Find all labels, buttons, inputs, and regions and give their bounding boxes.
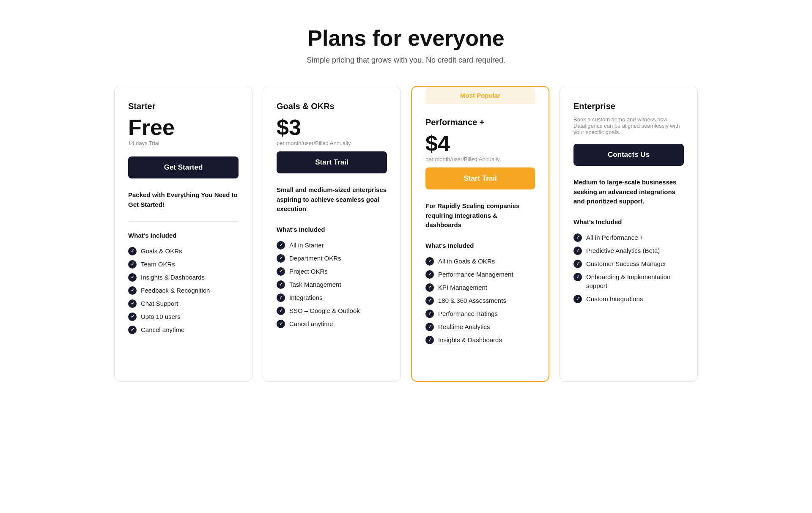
- feature-item: SSO – Google & Outlook: [277, 306, 387, 315]
- plan-price-note: per month/user/Billed Annually: [277, 140, 387, 146]
- check-icon: [128, 273, 137, 282]
- plan-enterprise-note: Book a custom demo and witness how Datal…: [573, 116, 684, 135]
- feature-item: Feedback & Recognition: [128, 286, 239, 295]
- plan-name: Goals & OKRs: [277, 102, 387, 111]
- feature-list: All in Performance + Predictive Analytic…: [573, 233, 684, 303]
- feature-text: Custom Integrations: [586, 294, 643, 303]
- feature-list: All in Goals & OKRs Performance Manageme…: [425, 257, 535, 344]
- check-icon: [277, 294, 285, 302]
- plan-description: Medium to large-scale businesses seeking…: [573, 178, 684, 206]
- plan-price: $4: [425, 132, 535, 154]
- check-icon: [573, 247, 582, 255]
- plan-name: Enterprise: [573, 102, 684, 111]
- plan-trial: 14 days Trial: [128, 140, 239, 146]
- feature-text: Insights & Dashboards: [438, 335, 502, 344]
- plan-description: Small and medium-sized enterprises aspir…: [277, 185, 387, 214]
- feature-item: Cancel anytime: [128, 325, 239, 334]
- plan-card-starter: StarterFree14 days TrialGet StartedPacke…: [114, 86, 252, 382]
- feature-item: Goals & OKRs: [128, 247, 239, 255]
- feature-item: Department OKRs: [277, 254, 387, 263]
- feature-text: Task Management: [289, 280, 341, 289]
- plan-name: Performance +: [425, 118, 535, 127]
- feature-item: 180 & 360 Assessments: [425, 296, 535, 305]
- plan-price-note: per month/user/Billed Annually: [425, 156, 535, 162]
- plan-cta-button-starter[interactable]: Get Started: [128, 156, 239, 178]
- page-subtitle: Simple pricing that grows with you. No c…: [17, 56, 795, 65]
- popular-badge: Most Popular: [425, 87, 535, 104]
- feature-text: Upto 10 users: [141, 312, 180, 321]
- feature-text: Performance Management: [438, 270, 513, 279]
- check-icon: [425, 336, 434, 344]
- check-icon: [425, 310, 434, 318]
- feature-text: Chat Support: [141, 299, 178, 308]
- feature-item: Insights & Dashboards: [425, 335, 535, 344]
- plan-cta-button-enterprise[interactable]: Contacts Us: [573, 144, 684, 166]
- included-title: What's Included: [128, 232, 239, 239]
- check-icon: [277, 320, 285, 328]
- feature-item: Performance Ratings: [425, 309, 535, 318]
- plan-price: $3: [277, 116, 387, 138]
- feature-text: Onboarding & Implementation support: [586, 272, 684, 290]
- check-icon: [128, 247, 137, 255]
- feature-item: All in Goals & OKRs: [425, 257, 535, 266]
- check-icon: [128, 313, 137, 321]
- check-icon: [425, 296, 434, 305]
- plan-cta-button-performance-plus[interactable]: Start Trail: [425, 167, 535, 189]
- plan-cta-button-goals-okrs[interactable]: Start Trail: [277, 151, 387, 173]
- feature-item: Performance Management: [425, 270, 535, 279]
- feature-item: All in Starter: [277, 241, 387, 250]
- plan-card-enterprise: EnterpriseBook a custom demo and witness…: [560, 86, 698, 382]
- feature-list: Goals & OKRs Team OKRs Insights & Dashbo…: [128, 247, 239, 334]
- feature-text: Project OKRs: [289, 267, 328, 276]
- included-title: What's Included: [425, 242, 535, 249]
- check-icon: [277, 241, 285, 250]
- feature-item: All in Performance +: [573, 233, 684, 242]
- plan-card-performance-plus: Most PopularPerformance +$4per month/use…: [411, 86, 549, 382]
- feature-text: Realtime Analytics: [438, 322, 490, 331]
- feature-item: Upto 10 users: [128, 312, 239, 321]
- check-icon: [128, 299, 137, 308]
- feature-text: SSO – Google & Outlook: [289, 306, 360, 315]
- feature-item: Project OKRs: [277, 267, 387, 276]
- feature-text: KPI Management: [438, 283, 487, 292]
- check-icon: [425, 270, 434, 279]
- feature-text: Cancel anytime: [141, 325, 184, 334]
- check-icon: [425, 257, 434, 266]
- feature-item: Onboarding & Implementation support: [573, 272, 684, 290]
- feature-text: Predictive Analytics (Beta): [586, 246, 660, 255]
- feature-text: Goals & OKRs: [141, 247, 182, 255]
- plan-description: For Rapidly Scaling companies requiring …: [425, 201, 535, 230]
- check-icon: [128, 326, 137, 334]
- plan-description: Packed with Everything You Need to Get S…: [128, 190, 239, 209]
- plan-price: Free: [128, 116, 239, 138]
- feature-item: Task Management: [277, 280, 387, 289]
- feature-text: Insights & Dashboards: [141, 273, 205, 282]
- check-icon: [277, 267, 285, 276]
- check-icon: [573, 233, 582, 242]
- feature-item: Custom Integrations: [573, 294, 684, 303]
- feature-list: All in Starter Department OKRs Project O…: [277, 241, 387, 328]
- check-icon: [277, 254, 285, 263]
- check-icon: [128, 286, 137, 295]
- feature-text: All in Goals & OKRs: [438, 257, 495, 266]
- feature-item: Cancel anytime: [277, 319, 387, 328]
- feature-text: All in Starter: [289, 241, 324, 250]
- feature-item: Predictive Analytics (Beta): [573, 246, 684, 255]
- feature-item: Team OKRs: [128, 260, 239, 269]
- page-title: Plans for everyone: [17, 25, 795, 51]
- feature-item: Insights & Dashboards: [128, 273, 239, 282]
- feature-text: Department OKRs: [289, 254, 341, 263]
- feature-text: Team OKRs: [141, 260, 175, 269]
- check-icon: [573, 260, 582, 268]
- feature-text: All in Performance +: [586, 233, 643, 242]
- feature-text: Performance Ratings: [438, 309, 498, 318]
- check-icon: [277, 280, 285, 289]
- feature-item: Chat Support: [128, 299, 239, 308]
- feature-item: Integrations: [277, 293, 387, 302]
- plans-grid: StarterFree14 days TrialGet StartedPacke…: [114, 86, 698, 382]
- feature-item: Customer Success Manager: [573, 259, 684, 268]
- included-title: What's Included: [573, 218, 684, 225]
- feature-item: Realtime Analytics: [425, 322, 535, 331]
- feature-text: Integrations: [289, 293, 322, 302]
- check-icon: [573, 295, 582, 303]
